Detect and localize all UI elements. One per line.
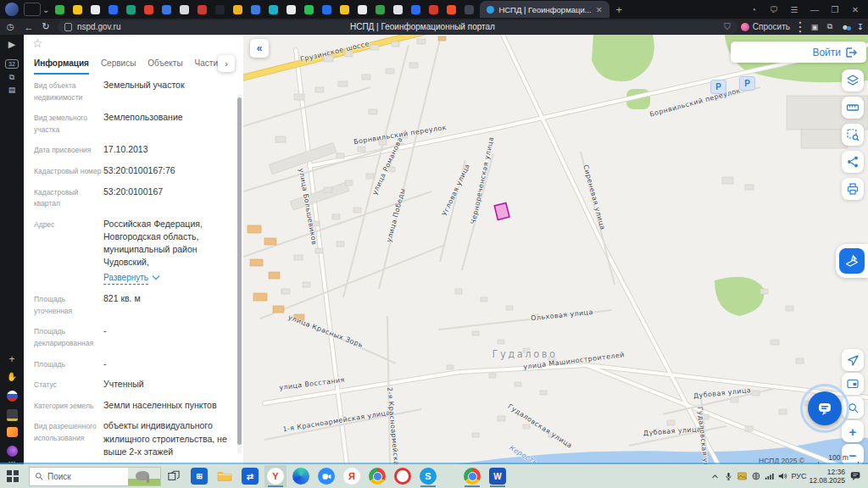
tray-expand-icon[interactable] xyxy=(709,471,721,482)
start-button[interactable] xyxy=(2,465,24,487)
tab-favicon[interactable] xyxy=(429,5,438,14)
alice-icon[interactable] xyxy=(741,23,749,31)
omnibox[interactable]: nspd.gov.ru НСПД | Геоинформационный пор… xyxy=(58,20,737,34)
login-label[interactable]: Войти xyxy=(812,47,841,58)
notifications-tray-icon[interactable] xyxy=(848,471,863,482)
protect-icon[interactable]: ◔ xyxy=(746,5,761,14)
tab-panel-icon[interactable] xyxy=(24,3,41,16)
draw-tool-active[interactable] xyxy=(836,244,868,278)
favorite-star-icon[interactable]: ☆ xyxy=(32,36,43,50)
network-globe-icon[interactable] xyxy=(750,471,761,482)
tabs-next-button[interactable]: › xyxy=(218,55,235,72)
tab-favicon[interactable] xyxy=(73,5,82,14)
back-icon[interactable]: ← xyxy=(20,22,37,32)
microphone-icon[interactable] xyxy=(723,471,734,482)
collections-icon[interactable]: ⧉ xyxy=(822,22,837,31)
tab-services[interactable]: Сервисы xyxy=(101,58,136,75)
tab-favicon[interactable] xyxy=(144,5,153,14)
close-window-button[interactable]: ✕ xyxy=(848,5,863,14)
keyboard-icon[interactable] xyxy=(0,427,24,439)
select-area-button[interactable] xyxy=(842,124,864,146)
menu-icon[interactable]: ☰ xyxy=(787,5,802,14)
tab-favicon[interactable] xyxy=(251,5,260,14)
taskbar-search[interactable]: Поиск xyxy=(29,467,161,486)
play-circle-icon[interactable]: ▶ xyxy=(0,39,24,50)
tab-favicon[interactable] xyxy=(126,5,136,14)
panel-scrollbar[interactable] xyxy=(237,94,242,454)
locate-button[interactable] xyxy=(842,349,864,371)
reload-icon[interactable]: ↻ xyxy=(37,21,54,32)
more-icon[interactable]: ⋮ xyxy=(793,19,807,35)
tab-favicon[interactable] xyxy=(447,5,456,14)
scrollbar-thumb[interactable] xyxy=(237,97,242,445)
layers-button[interactable] xyxy=(842,69,864,92)
file-explorer-icon[interactable] xyxy=(214,465,236,487)
downloads-icon[interactable]: ↧ xyxy=(853,22,868,31)
history-icon[interactable]: ◷ xyxy=(0,22,20,31)
notifications-icon[interactable]: 🗩 xyxy=(766,5,782,14)
parking-marker[interactable]: Р xyxy=(739,76,755,91)
profile-sync-icon[interactable]: ☻ xyxy=(837,23,853,31)
tab-information[interactable]: Информация xyxy=(34,58,89,75)
tab-favicon[interactable] xyxy=(411,5,420,14)
tab-favicon[interactable] xyxy=(215,5,225,14)
tab-favicon[interactable] xyxy=(108,5,118,14)
expand-link[interactable]: Развернуть xyxy=(103,272,148,286)
new-tab-button[interactable]: + xyxy=(616,3,623,16)
tab-favicon[interactable] xyxy=(304,5,314,14)
edge-icon[interactable] xyxy=(290,465,312,487)
signal-icon[interactable] xyxy=(764,471,775,482)
teamviewer-icon[interactable]: ⇄ xyxy=(239,465,261,487)
close-tab-icon[interactable]: ✕ xyxy=(596,5,603,14)
tab-favicon[interactable] xyxy=(358,5,367,14)
word-icon[interactable]: W xyxy=(487,465,509,487)
ask-button[interactable]: Спросить xyxy=(753,22,790,31)
tab-favicon[interactable] xyxy=(198,5,207,14)
gallery-icon[interactable]: ▣ xyxy=(807,23,822,31)
tab-favicon[interactable] xyxy=(180,5,189,14)
share-button[interactable] xyxy=(842,151,864,173)
chrome-icon[interactable] xyxy=(366,465,388,487)
search-highlight-image[interactable] xyxy=(128,468,160,485)
tab-objects[interactable]: Объекты xyxy=(147,58,182,75)
bookmark-icon[interactable]: ⛉ xyxy=(724,22,731,32)
tab-favicon[interactable] xyxy=(340,5,349,14)
tab-favicon[interactable] xyxy=(91,5,100,14)
zoom-in-button[interactable]: + xyxy=(842,420,864,442)
chat-widget-button[interactable] xyxy=(800,384,849,433)
task-view-button[interactable] xyxy=(163,465,185,487)
tab-favicon[interactable] xyxy=(465,5,474,14)
skype-icon[interactable]: S xyxy=(417,465,439,487)
tab-counter[interactable]: 32 xyxy=(5,59,19,69)
panel-collapse-button[interactable]: « xyxy=(250,39,269,58)
maximize-button[interactable]: ❐ xyxy=(827,5,843,14)
measure-ruler-button[interactable] xyxy=(842,97,864,119)
language-indicator[interactable]: РУС xyxy=(791,472,806,480)
pointer-icon[interactable]: ✋ xyxy=(0,372,24,381)
login-bar[interactable]: Войти xyxy=(731,42,866,63)
store-icon[interactable]: ⊞ xyxy=(188,465,210,487)
speaker-icon[interactable] xyxy=(777,471,788,482)
parking-marker[interactable]: Р xyxy=(710,80,726,94)
tab-favicon[interactable] xyxy=(287,5,296,14)
active-tab[interactable]: НСПД | Геоинформаци... ✕ xyxy=(480,1,609,18)
tab-favicon[interactable] xyxy=(55,5,64,14)
add-panel-icon[interactable]: + xyxy=(0,353,24,365)
profile-avatar[interactable] xyxy=(5,3,19,16)
tab-favicon[interactable] xyxy=(393,5,403,14)
print-button[interactable] xyxy=(842,178,864,200)
screenshots-icon[interactable]: ⧉ xyxy=(0,73,24,82)
minimize-button[interactable]: — xyxy=(807,5,822,14)
minimap-button[interactable] xyxy=(842,373,864,395)
yandex-icon[interactable]: Я xyxy=(341,465,363,487)
photos-icon[interactable] xyxy=(0,409,24,423)
chevron-down-icon[interactable] xyxy=(153,272,159,279)
tab-favicon[interactable] xyxy=(162,5,171,14)
tab-favicon[interactable] xyxy=(269,5,278,14)
notes-icon[interactable]: ▤ xyxy=(0,86,24,94)
alice-sidebar-icon[interactable] xyxy=(0,446,24,458)
tab-favicon[interactable] xyxy=(322,5,331,14)
chrome-icon-2[interactable] xyxy=(461,465,483,487)
yandex-browser-icon[interactable]: Y xyxy=(264,465,287,487)
ru-flag-icon[interactable] xyxy=(0,391,24,403)
